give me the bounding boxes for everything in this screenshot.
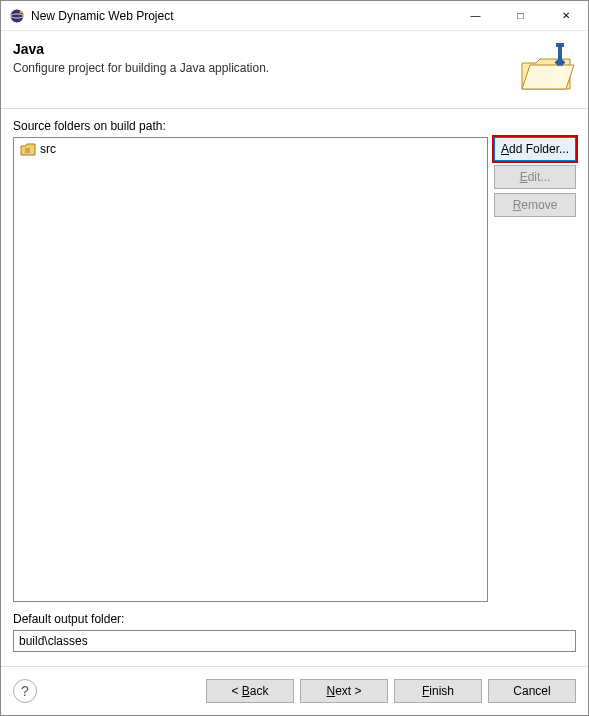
eclipse-icon <box>9 8 25 24</box>
edit-button: Edit... <box>494 165 576 189</box>
svg-point-2 <box>20 10 23 13</box>
source-folders-list[interactable]: src <box>13 137 488 602</box>
content-area: Source folders on build path: src Add Fo… <box>1 109 588 666</box>
wizard-footer: ? < Back Next > Finish Cancel <box>1 666 588 715</box>
help-button[interactable]: ? <box>13 679 37 703</box>
help-icon: ? <box>21 683 29 699</box>
maximize-button[interactable]: □ <box>498 1 543 30</box>
finish-button[interactable]: Finish <box>394 679 482 703</box>
remove-button: Remove <box>494 193 576 217</box>
cancel-button[interactable]: Cancel <box>488 679 576 703</box>
close-button[interactable]: ✕ <box>543 1 588 30</box>
add-folder-button[interactable]: Add Folder... <box>494 137 576 161</box>
banner-subheading: Configure project for building a Java ap… <box>13 61 508 75</box>
back-button[interactable]: < Back <box>206 679 294 703</box>
banner-heading: Java <box>13 41 508 57</box>
next-button[interactable]: Next > <box>300 679 388 703</box>
source-folders-label: Source folders on build path: <box>13 119 576 133</box>
source-folder-name: src <box>40 142 56 156</box>
svg-rect-3 <box>556 43 564 47</box>
titlebar: New Dynamic Web Project — □ ✕ <box>1 1 588 31</box>
output-folder-label: Default output folder: <box>13 612 576 626</box>
minimize-button[interactable]: — <box>453 1 498 30</box>
wizard-banner: Java Configure project for building a Ja… <box>1 31 588 109</box>
window-title: New Dynamic Web Project <box>31 9 453 23</box>
folder-banner-icon <box>516 41 576 96</box>
source-folder-item[interactable]: src <box>16 140 485 158</box>
output-folder-input[interactable] <box>13 630 576 652</box>
package-folder-icon <box>20 142 36 156</box>
